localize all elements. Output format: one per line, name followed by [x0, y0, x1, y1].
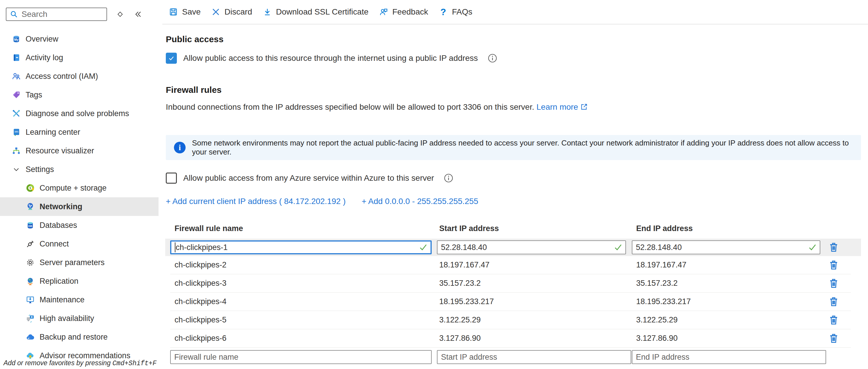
- table-row: ch-clickpipes-2 18.197.167.47 18.197.167…: [170, 256, 851, 274]
- rule-name-input[interactable]: ch-clickpipes-1: [170, 240, 432, 254]
- sidebar-item-activity-log[interactable]: Activity log: [0, 48, 158, 67]
- chevron-down-icon: [12, 165, 21, 174]
- question-mark-icon: ?: [439, 7, 448, 17]
- sidebar-item-label: Databases: [39, 221, 77, 230]
- rule-name: ch-clickpipes-6: [170, 334, 432, 343]
- sidebar-item-label: Backup and restore: [39, 333, 107, 342]
- server-parameters-gear-icon: [26, 258, 35, 267]
- command-bar: Save Discard Download SSL Certificate Fe…: [162, 0, 868, 25]
- tags-icon: [12, 90, 21, 99]
- valid-check-icon: [419, 243, 428, 252]
- favorites-hint: Add or remove favorites by pressing Cmd+…: [3, 359, 156, 367]
- azure-services-checkbox[interactable]: [166, 173, 177, 184]
- search-box[interactable]: [6, 7, 107, 21]
- svg-text:$: $: [29, 187, 31, 190]
- sidebar-item-learning-center[interactable]: 101 Learning center: [0, 123, 158, 142]
- sidebar-item-label: Settings: [26, 165, 54, 174]
- sidebar-item-label: High availability: [39, 314, 94, 323]
- sidebar-item-backup-restore[interactable]: Backup and restore: [0, 328, 158, 346]
- connect-plug-icon: [26, 239, 35, 248]
- download-ssl-button[interactable]: Download SSL Certificate: [263, 7, 369, 17]
- sidebar-item-connect[interactable]: Connect: [0, 235, 158, 253]
- sidebar: My Overview Activity log Access control …: [0, 0, 158, 369]
- collapse-sidebar-icon[interactable]: [133, 9, 143, 19]
- start-ip-input[interactable]: 52.28.148.40: [437, 240, 626, 254]
- sidebar-item-compute-storage[interactable]: $ Compute + storage: [0, 179, 158, 197]
- new-end-ip-input[interactable]: [632, 350, 826, 364]
- sidebar-item-access-control[interactable]: Access control (IAM): [0, 67, 158, 86]
- table-row: ch-clickpipes-3 35.157.23.2 35.157.23.2: [170, 274, 851, 293]
- access-control-icon: [12, 71, 21, 81]
- info-icon[interactable]: [488, 54, 497, 63]
- learn-more-link[interactable]: Learn more: [536, 102, 578, 112]
- sidebar-item-label: Diagnose and solve problems: [26, 109, 129, 118]
- info-filled-icon: i: [174, 142, 186, 153]
- delete-rule-button[interactable]: [828, 241, 839, 254]
- delete-rule-button[interactable]: [828, 296, 839, 308]
- databases-icon: DB: [26, 221, 35, 230]
- download-icon: [263, 7, 272, 17]
- sidebar-group-settings[interactable]: Settings: [0, 160, 158, 179]
- compute-storage-icon: $: [26, 183, 35, 193]
- column-header-start-ip: Start IP address: [437, 224, 626, 233]
- sidebar-item-label: Connect: [39, 240, 69, 248]
- search-icon: [10, 10, 18, 18]
- sidebar-item-tags[interactable]: Tags: [0, 86, 158, 104]
- faqs-button[interactable]: ? FAQs: [439, 7, 472, 17]
- delete-rule-button[interactable]: [828, 259, 839, 272]
- sidebar-item-databases[interactable]: DB Databases: [0, 216, 158, 235]
- sidebar-item-replication[interactable]: Replication: [0, 272, 158, 290]
- feedback-button[interactable]: Feedback: [379, 7, 428, 17]
- diagnose-tools-icon: [12, 109, 21, 118]
- sidebar-item-label: Compute + storage: [39, 184, 106, 193]
- firewall-rules-heading: Firewall rules: [166, 85, 868, 95]
- sidebar-item-networking[interactable]: Networking: [0, 197, 158, 216]
- delete-rule-button[interactable]: [828, 277, 839, 290]
- add-client-ip-link[interactable]: + Add current client IP address ( 84.172…: [166, 197, 346, 206]
- sidebar-item-maintenance[interactable]: Maintenance: [0, 290, 158, 309]
- public-access-checkbox[interactable]: [166, 53, 177, 64]
- feedback-icon: [379, 7, 388, 17]
- learning-center-icon: 101: [12, 127, 21, 137]
- sidebar-item-high-availability[interactable]: High availability: [0, 309, 158, 328]
- sidebar-item-label: Learning center: [26, 128, 80, 137]
- pin-diamond-icon[interactable]: [115, 9, 125, 19]
- table-row: ch-clickpipes-4 18.195.233.217 18.195.23…: [170, 293, 851, 311]
- new-rule-name-input[interactable]: [170, 350, 432, 364]
- firewall-rules-table: Firewall rule name Start IP address End …: [170, 223, 851, 364]
- discard-button[interactable]: Discard: [211, 7, 252, 17]
- column-header-end-ip: End IP address: [632, 224, 820, 233]
- valid-check-icon: [808, 243, 817, 252]
- end-ip: 18.195.233.217: [632, 297, 820, 306]
- end-ip-input[interactable]: 52.28.148.40: [632, 240, 820, 254]
- sidebar-item-label: Resource visualizer: [26, 146, 94, 155]
- save-button[interactable]: Save: [169, 7, 201, 17]
- sidebar-item-server-parameters[interactable]: Server parameters: [0, 253, 158, 272]
- external-link-icon: [580, 103, 588, 111]
- sidebar-item-label: Advisor recommendations: [39, 351, 130, 360]
- table-header-row: Firewall rule name Start IP address End …: [170, 223, 851, 234]
- feedback-label: Feedback: [393, 7, 428, 17]
- new-start-ip-input[interactable]: [437, 350, 631, 364]
- end-ip: 18.197.167.47: [632, 260, 820, 270]
- svg-text:101: 101: [14, 130, 19, 133]
- sidebar-item-label: Replication: [39, 277, 79, 286]
- sidebar-item-diagnose[interactable]: Diagnose and solve problems: [0, 104, 158, 123]
- info-icon[interactable]: [444, 174, 453, 183]
- info-banner-text: Some network environments may not report…: [192, 139, 861, 157]
- delete-rule-button[interactable]: [828, 314, 839, 327]
- faqs-label: FAQs: [452, 7, 472, 17]
- activity-log-icon: [12, 53, 21, 62]
- svg-text:My: My: [14, 38, 19, 41]
- rule-name: ch-clickpipes-3: [170, 279, 432, 288]
- sidebar-item-label: Overview: [26, 35, 59, 44]
- new-rule-row: [170, 350, 851, 364]
- high-availability-icon: [26, 314, 35, 323]
- public-access-checkbox-label: Allow public access to this resource thr…: [183, 54, 478, 63]
- sidebar-item-overview[interactable]: My Overview: [0, 30, 158, 48]
- add-all-ips-link[interactable]: + Add 0.0.0.0 - 255.255.255.255: [362, 197, 478, 206]
- delete-rule-button[interactable]: [828, 332, 839, 345]
- sidebar-item-resource-visualizer[interactable]: Resource visualizer: [0, 142, 158, 160]
- column-header-name: Firewall rule name: [170, 224, 432, 233]
- search-input[interactable]: [22, 9, 91, 19]
